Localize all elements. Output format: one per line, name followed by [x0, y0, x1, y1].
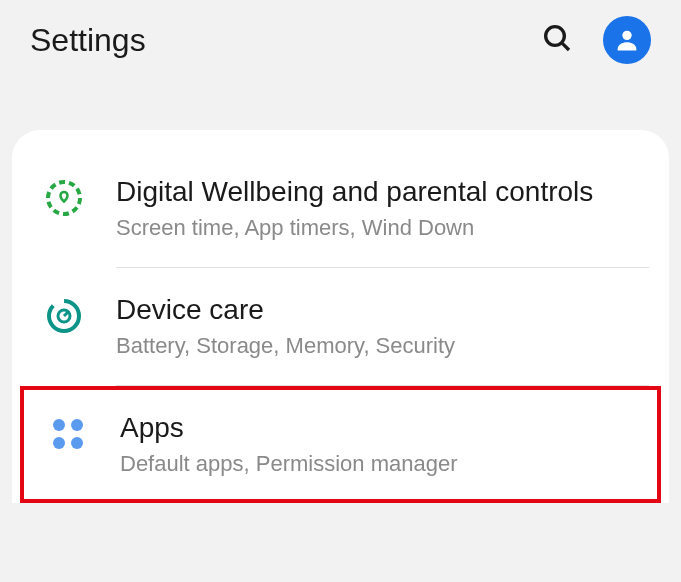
settings-item-content: Digital Wellbeing and parental controls … [116, 174, 637, 243]
svg-point-2 [622, 31, 631, 40]
settings-item-title: Apps [120, 410, 633, 446]
settings-item-device-care[interactable]: Device care Battery, Storage, Memory, Se… [12, 268, 669, 385]
svg-point-3 [48, 182, 80, 214]
device-care-icon [44, 296, 84, 336]
settings-item-subtitle: Screen time, App timers, Wind Down [116, 214, 637, 243]
settings-item-subtitle: Default apps, Permission manager [120, 450, 633, 479]
settings-item-digital-wellbeing[interactable]: Digital Wellbeing and parental controls … [12, 150, 669, 267]
apps-icon [48, 414, 88, 454]
settings-item-subtitle: Battery, Storage, Memory, Security [116, 332, 637, 361]
highlight-annotation: Apps Default apps, Permission manager [20, 386, 661, 503]
settings-item-title: Device care [116, 292, 637, 328]
settings-item-content: Apps Default apps, Permission manager [120, 410, 633, 479]
profile-icon[interactable] [603, 16, 651, 64]
header-actions [541, 16, 651, 64]
page-title: Settings [30, 22, 541, 59]
settings-card: Digital Wellbeing and parental controls … [12, 130, 669, 503]
settings-item-title: Digital Wellbeing and parental controls [116, 174, 637, 210]
search-icon[interactable] [541, 22, 573, 58]
settings-header: Settings [0, 0, 681, 80]
settings-item-content: Device care Battery, Storage, Memory, Se… [116, 292, 637, 361]
svg-line-1 [562, 43, 569, 50]
settings-item-apps[interactable]: Apps Default apps, Permission manager [24, 390, 657, 499]
svg-point-0 [546, 27, 565, 46]
wellbeing-icon [44, 178, 84, 218]
